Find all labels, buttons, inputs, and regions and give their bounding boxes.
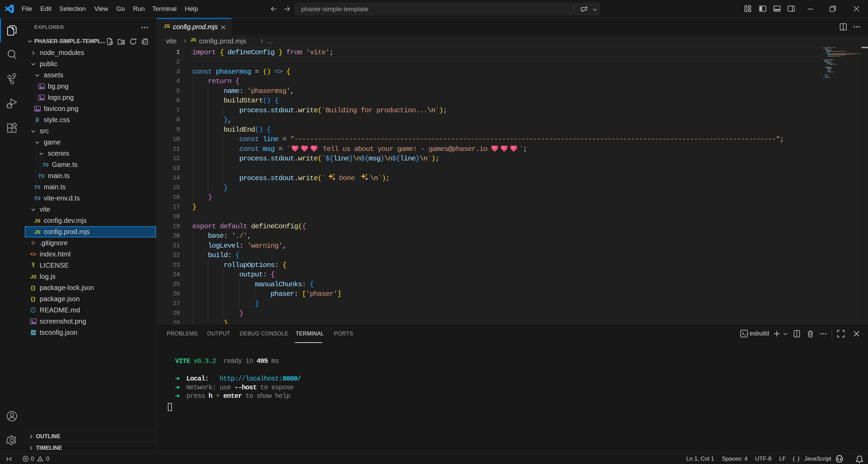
svg-text:TS: TS xyxy=(31,331,35,334)
